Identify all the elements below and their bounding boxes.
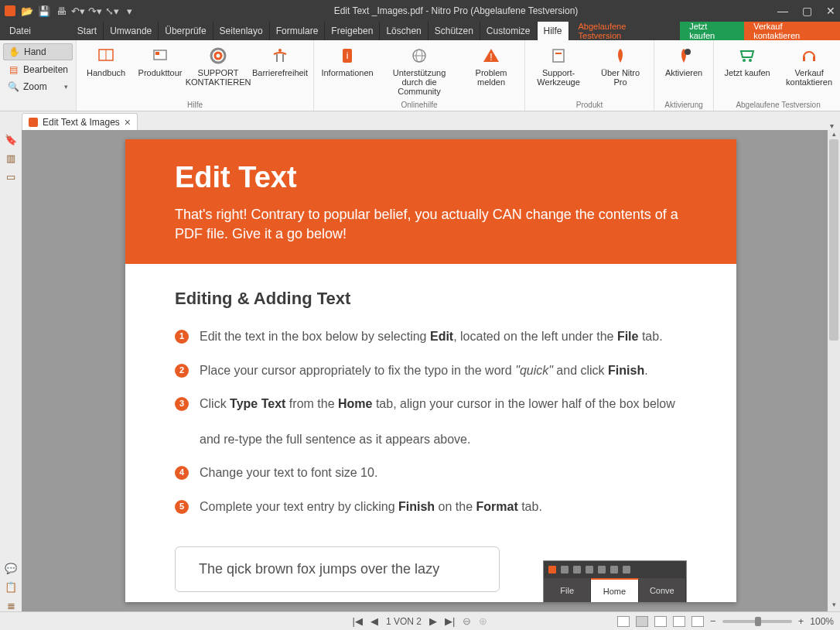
file-menu[interactable]: Datei bbox=[0, 22, 40, 40]
embedded-screenshot: File Home Conve bbox=[543, 560, 687, 602]
print-icon[interactable]: 🖶 bbox=[56, 5, 67, 16]
tour-icon bbox=[148, 45, 172, 67]
ribbon-group-label: Produkt bbox=[576, 99, 603, 109]
first-page-button[interactable]: |◀ bbox=[353, 615, 363, 627]
bookmarks-icon[interactable]: 🔖 bbox=[5, 133, 17, 146]
clipboard-icon[interactable]: 📋 bbox=[5, 580, 17, 593]
svg-point-15 bbox=[685, 49, 691, 55]
view-fullscreen-button[interactable] bbox=[691, 616, 704, 627]
contact-sales-button[interactable]: Verkauf kontaktieren bbox=[744, 22, 840, 40]
attachments-icon[interactable]: ▭ bbox=[5, 170, 17, 183]
tab-overflow-button[interactable]: ▾ bbox=[824, 122, 840, 130]
nav-forward-button[interactable]: ⊕ bbox=[479, 615, 487, 627]
ribbon-button[interactable]: Aktivieren bbox=[661, 45, 707, 99]
tab-hilfe[interactable]: Hilfe bbox=[538, 22, 569, 40]
scrollbar-thumb[interactable] bbox=[829, 139, 838, 341]
tab-customize[interactable]: Customize bbox=[480, 22, 538, 40]
ribbon-button[interactable]: Unterstützung durch die Community bbox=[382, 45, 456, 99]
ribbon-group: AktivierenAktivierung bbox=[654, 40, 714, 111]
tab-loeschen[interactable]: Löschen bbox=[380, 22, 428, 40]
next-page-button[interactable]: ▶ bbox=[429, 615, 437, 627]
example-text-box: The qick brown fox jumps over the lazy bbox=[175, 546, 500, 592]
layers-icon[interactable]: ≣ bbox=[5, 599, 17, 611]
ribbon-button[interactable]: !Problem melden bbox=[464, 45, 518, 99]
ribbon-button-label: Problem melden bbox=[464, 68, 518, 87]
life-icon bbox=[206, 45, 230, 67]
close-tab-button[interactable]: × bbox=[125, 116, 131, 128]
tab-start[interactable]: Start bbox=[71, 22, 104, 40]
warn-icon: ! bbox=[479, 45, 504, 67]
zoom-tool[interactable]: 🔍 Zoom ▾ bbox=[3, 79, 73, 94]
ribbon: ✋ Hand ▤ Bearbeiten 🔍 Zoom ▾ HandbuchPro… bbox=[0, 40, 840, 111]
svg-text:i: i bbox=[347, 50, 349, 61]
tab-ueberpruefen[interactable]: Überprüfe bbox=[159, 22, 213, 40]
ribbon-button[interactable]: Verkauf kontaktieren bbox=[782, 45, 836, 99]
zoom-in-button[interactable]: + bbox=[798, 615, 804, 627]
step-1: 1 Edit the text in the box below by sele… bbox=[175, 327, 687, 345]
ribbon-button-label: Barrierefreiheit bbox=[252, 68, 308, 77]
ribbon-button[interactable]: SUPPORT KONTAKTIEREN bbox=[191, 45, 245, 99]
zoom-level: 100% bbox=[810, 616, 834, 627]
vertical-scrollbar[interactable]: ▴ ▾ bbox=[828, 130, 840, 611]
svg-point-16 bbox=[743, 59, 746, 62]
document-tab[interactable]: Edit Text & Images × bbox=[22, 113, 138, 130]
ribbon-button[interactable]: Handbuch bbox=[83, 45, 129, 99]
ribbon-button[interactable]: Jetzt kaufen bbox=[720, 45, 774, 99]
buy-now-button[interactable]: Jetzt kaufen bbox=[680, 22, 744, 40]
ribbon-group-label: Abgelaufene Testversion bbox=[736, 99, 820, 109]
save-icon[interactable]: 💾 bbox=[39, 5, 50, 16]
app-icon bbox=[5, 5, 15, 16]
zoom-slider-handle[interactable] bbox=[755, 617, 761, 626]
redo-icon[interactable]: ↷▾ bbox=[90, 5, 101, 16]
zoom-slider[interactable] bbox=[722, 620, 792, 623]
view-facing-continuous-button[interactable] bbox=[673, 616, 685, 627]
comments-icon[interactable]: 💬 bbox=[5, 562, 17, 574]
navigation-sidebar: 🔖 ▥ ▭ 💬 📋 ≣ bbox=[0, 130, 22, 611]
tab-formulare[interactable]: Formulare bbox=[270, 22, 326, 40]
step-number: 3 bbox=[175, 397, 189, 411]
ribbon-button[interactable]: iInformationen bbox=[320, 45, 374, 99]
tab-freigeben[interactable]: Freigeben bbox=[325, 22, 380, 40]
zoom-out-button[interactable]: − bbox=[710, 615, 716, 627]
tab-umwandeln[interactable]: Umwande bbox=[104, 22, 159, 40]
ribbon-button[interactable]: Barrierefreiheit bbox=[253, 45, 307, 99]
tab-seitenlayout[interactable]: Seitenlayo bbox=[213, 22, 270, 40]
pointer-icon[interactable]: ⤡▾ bbox=[107, 5, 118, 16]
svg-rect-14 bbox=[555, 53, 562, 54]
prev-page-button[interactable]: ◀ bbox=[370, 615, 378, 627]
nav-back-button[interactable]: ⊖ bbox=[463, 615, 471, 627]
edit-icon: ▤ bbox=[8, 64, 19, 75]
ribbon-group-label: Hilfe bbox=[187, 99, 203, 109]
scroll-region[interactable]: Edit Text That's right! Contrary to popu… bbox=[22, 130, 840, 611]
tab-schuetzen[interactable]: Schützen bbox=[429, 22, 480, 40]
svg-point-5 bbox=[215, 53, 221, 59]
svg-text:!: ! bbox=[490, 52, 492, 63]
open-icon[interactable]: 📂 bbox=[22, 5, 32, 16]
close-button[interactable]: ✕ bbox=[826, 5, 835, 17]
page-hero-title: Edit Text bbox=[175, 161, 687, 194]
ribbon-button[interactable]: Support-Werkzeuge bbox=[531, 45, 586, 99]
view-facing-button[interactable] bbox=[654, 616, 667, 627]
expired-status[interactable]: Abgelaufene Testversion bbox=[569, 22, 681, 40]
chevron-down-icon: ▾ bbox=[64, 83, 68, 91]
undo-icon[interactable]: ↶▾ bbox=[73, 5, 84, 16]
last-page-button[interactable]: ▶| bbox=[445, 615, 455, 627]
minimize-button[interactable]: — bbox=[777, 5, 788, 17]
ribbon-button[interactable]: Produkttour bbox=[137, 45, 183, 99]
step-5: 5 Complete your text entry by clicking F… bbox=[175, 498, 687, 515]
edit-tool[interactable]: ▤ Bearbeiten bbox=[3, 62, 73, 77]
maximize-button[interactable]: ▢ bbox=[802, 5, 812, 17]
ribbon-button-label: Produkttour bbox=[138, 68, 183, 77]
svg-rect-3 bbox=[155, 52, 159, 55]
step-3: 3 Click Type Text from the Home tab, ali… bbox=[175, 395, 687, 449]
pages-icon[interactable]: ▥ bbox=[5, 152, 17, 164]
window-buttons: — ▢ ✕ bbox=[777, 5, 835, 17]
view-continuous-button[interactable] bbox=[636, 616, 648, 627]
hand-tool[interactable]: ✋ Hand bbox=[3, 43, 73, 60]
document-tab-title: Edit Text & Images bbox=[43, 117, 120, 128]
qat-dropdown-icon[interactable]: ▾ bbox=[124, 5, 135, 16]
scroll-down-button[interactable]: ▾ bbox=[828, 601, 840, 611]
ribbon-button[interactable]: Über Nitro Pro bbox=[593, 45, 647, 99]
view-single-button[interactable] bbox=[617, 616, 630, 627]
main-area: 🔖 ▥ ▭ 💬 📋 ≣ Edit Text That's right! Cont… bbox=[0, 130, 840, 611]
